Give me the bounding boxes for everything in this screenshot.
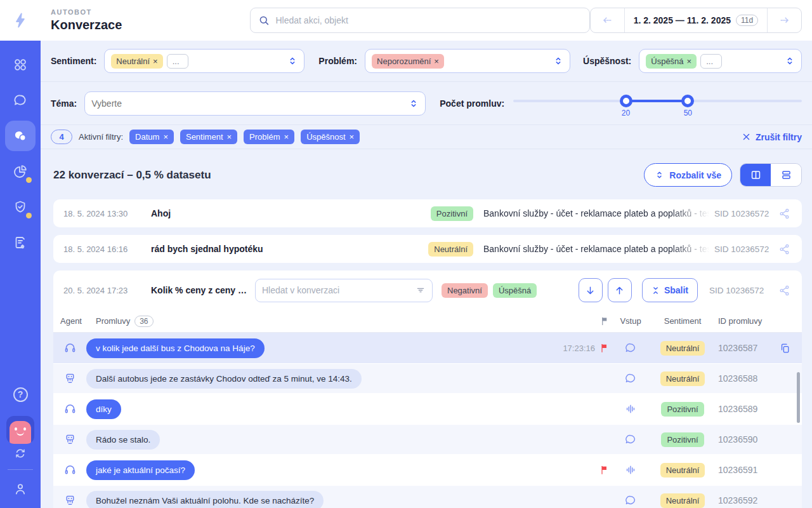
message-row[interactable]: díky Pozitivní 10236589: [53, 394, 802, 424]
collapse-button[interactable]: Sbalit: [642, 278, 698, 302]
conversation-row[interactable]: 18. 5. 2024 13:30 Ahoj Pozitivní Bankovn…: [53, 199, 802, 227]
sidebar-item-analytics[interactable]: [5, 156, 36, 187]
topic-select-input[interactable]: [91, 98, 405, 109]
flagged-icon[interactable]: [595, 343, 614, 353]
message-row[interactable]: Rádo se stalo. Pozitivní 10236590: [53, 424, 802, 455]
filter-chip-problem[interactable]: Problém: [244, 130, 294, 144]
conversation-card[interactable]: 18. 5. 2024 16:16 rád bych sjednal hypot…: [53, 235, 802, 263]
user-headset-icon: [53, 403, 86, 416]
topic-filter-select[interactable]: [84, 91, 426, 116]
share-icon[interactable]: [775, 284, 793, 297]
global-search[interactable]: [250, 8, 589, 33]
utterances-count-badge: 36: [134, 316, 153, 327]
date-next-button[interactable]: [767, 8, 801, 32]
input-chat-icon: [614, 494, 647, 507]
conversation-datetime: 18. 5. 2024 16:16: [63, 244, 142, 254]
column-agent: Agent: [60, 316, 82, 326]
message-bubble[interactable]: Další autobus jede ze zastávky Chodov od…: [86, 369, 362, 389]
sentiment-badge: Neutrální: [660, 463, 705, 478]
flag-icon: [600, 316, 610, 326]
global-search-input[interactable]: [275, 15, 581, 25]
sentiment-chip[interactable]: Neutrální: [111, 54, 162, 69]
sidebar-item-quality[interactable]: [5, 192, 36, 222]
success-filter-label: Úspěšnost:: [583, 56, 631, 66]
conversation-row[interactable]: 18. 5. 2024 16:16 rád bych sjednal hypot…: [53, 235, 802, 263]
conversations-icon: [12, 128, 29, 144]
slider-handle-min[interactable]: [620, 95, 632, 107]
conversation-search-input[interactable]: [262, 285, 416, 295]
message-row[interactable]: v kolik jede další bus z Chodova na Háje…: [53, 333, 802, 363]
jump-up-button[interactable]: [608, 278, 632, 302]
sidebar: [0, 0, 41, 508]
share-icon[interactable]: [775, 208, 793, 220]
date-range-value[interactable]: 1. 2. 2025 — 11. 2. 2025 11d: [625, 8, 767, 32]
assistant-avatar[interactable]: [6, 416, 34, 444]
problem-filter-select[interactable]: Neporozumění: [365, 49, 570, 73]
scrollbar-thumb[interactable]: [797, 372, 800, 423]
columns-view-icon: [750, 169, 762, 181]
clear-filters-button[interactable]: Zrušit filtry: [742, 132, 802, 142]
message-bubble[interactable]: Rádo se stalo.: [86, 430, 160, 450]
refresh-button[interactable]: [5, 444, 36, 463]
more-chip[interactable]: ...: [700, 54, 722, 69]
bot-robot-icon: [53, 494, 86, 507]
slider-handle-max[interactable]: [681, 95, 694, 107]
date-range-text: 1. 2. 2025 — 11. 2. 2025: [634, 15, 731, 25]
sidebar-item-dashboard[interactable]: [5, 50, 36, 80]
success-chip[interactable]: Úspěšná: [646, 54, 697, 69]
message-row[interactable]: jaké je aktuální počasí?: [53, 455, 802, 485]
view-columns-button[interactable]: [740, 164, 771, 186]
conversation-card-expanded: 20. 5. 2024 17:23 Kolik % ceny z ceny ne…: [53, 271, 802, 508]
success-badge: Úspěšná: [493, 283, 537, 298]
flagged-icon[interactable]: [595, 465, 614, 475]
conversation-title: Kolik % ceny z ceny ne…: [151, 285, 247, 295]
message-bubble[interactable]: díky: [86, 399, 121, 419]
help-button[interactable]: [5, 379, 36, 410]
conversation-search[interactable]: [255, 279, 433, 302]
more-chip[interactable]: ...: [167, 54, 188, 69]
conversation-sid: SID 10236572: [709, 286, 770, 295]
sentiment-filter-select[interactable]: Neutrální ...: [104, 49, 304, 73]
user-headset-icon: [53, 464, 86, 477]
success-filter-select[interactable]: Úspěšná ...: [639, 49, 802, 73]
message-row[interactable]: Bohužel neznám Vaši aktuální polohu. Kde…: [53, 485, 802, 508]
message-bubble[interactable]: Bohužel neznám Vaši aktuální polohu. Kde…: [86, 491, 324, 508]
avatar-face-icon: [10, 421, 31, 444]
filter-chip-datum[interactable]: Datum: [129, 130, 174, 144]
copy-icon[interactable]: [776, 343, 793, 354]
filter-chip-sentiment[interactable]: Sentiment: [180, 130, 237, 144]
view-rows-button[interactable]: [771, 164, 801, 186]
column-input: Vstup: [614, 316, 647, 326]
message-time: 17:23:16: [554, 344, 595, 353]
share-icon[interactable]: [775, 243, 793, 255]
question-mark-icon: [13, 387, 28, 402]
utterance-count-slider[interactable]: 20 50: [513, 91, 802, 116]
profile-button[interactable]: [5, 476, 36, 502]
app-name: AUTOBOT: [51, 8, 235, 16]
expanded-badges: Negativní Úspěšná: [442, 283, 537, 298]
conversation-title: Ahoj: [151, 208, 171, 218]
notification-dot: [26, 213, 32, 218]
expand-all-button[interactable]: Rozbalit vše: [644, 163, 732, 187]
conversation-card[interactable]: 18. 5. 2024 13:30 Ahoj Pozitivní Bankovn…: [53, 199, 802, 227]
expand-all-label: Rozbalit vše: [669, 170, 721, 180]
message-bubble[interactable]: v kolik jede další bus z Chodova na Háje…: [86, 338, 265, 358]
sentiment-badge: Neutrální: [660, 371, 705, 386]
sidebar-item-chat[interactable]: [5, 85, 36, 116]
column-utterances-label: Promluvy: [96, 316, 130, 326]
date-prev-button[interactable]: [591, 8, 625, 32]
notification-dot: [26, 177, 32, 183]
message-row[interactable]: Další autobus jede ze zastávky Chodov od…: [53, 363, 802, 394]
jump-down-button[interactable]: [579, 278, 603, 302]
divider: [8, 469, 33, 470]
rows-view-icon: [780, 169, 792, 181]
utterance-id: 10236588: [718, 373, 757, 384]
sidebar-item-export[interactable]: [5, 227, 36, 258]
problem-chip[interactable]: Neporozumění: [372, 54, 444, 69]
app-logo[interactable]: [0, 0, 41, 41]
chat-bubble-icon: [13, 93, 28, 108]
date-range-picker: 1. 2. 2025 — 11. 2. 2025 11d: [590, 8, 802, 33]
sidebar-item-conversations[interactable]: [5, 121, 36, 151]
message-bubble[interactable]: jaké je aktuální počasí?: [86, 460, 195, 480]
filter-chip-uspesnost[interactable]: Úspěšnost: [301, 130, 360, 144]
